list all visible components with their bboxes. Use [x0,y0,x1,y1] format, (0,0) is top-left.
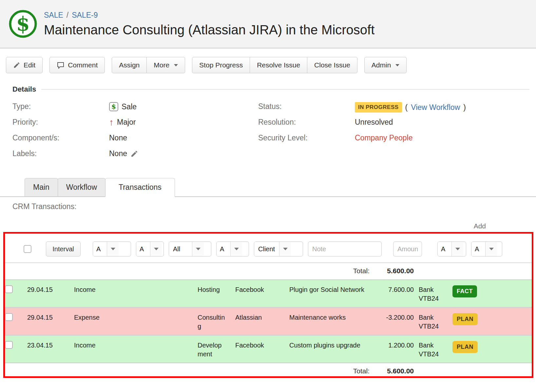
total-row-bottom: Total: 5.600.00 [5,363,532,380]
transaction-client: Atlassian [235,313,284,322]
status-badge-plan: PLAN [452,341,478,353]
transaction-note: Plugin gor Social Network [289,285,370,294]
priority-label: Priority: [12,118,109,127]
add-transaction-link[interactable]: Add [474,222,486,230]
close-issue-label: Close Issue [314,61,350,69]
chevron-down-icon [107,242,119,256]
paren-close: ) [463,103,466,112]
transaction-note: Custom plugins upgrade [289,341,370,350]
edit-button-label: Edit [24,61,35,69]
type-filter-dropdown[interactable]: A [93,241,131,257]
dollar-circle-icon: $ [7,8,39,40]
amount-filter-input[interactable] [393,241,422,257]
view-workflow-link[interactable]: View Workflow [411,103,460,112]
total-label: Total: [289,367,370,375]
admin-dropdown-button[interactable]: Admin [364,57,407,73]
breadcrumb-issue-link[interactable]: SALE-9 [72,11,98,19]
transaction-account: Bank VTB24 [419,313,448,331]
row-checkbox[interactable] [5,285,13,293]
close-issue-button[interactable]: Close Issue [307,57,357,73]
transaction-date: 23.04.15 [27,341,69,350]
priority-row: Priority: ↑ Major [12,118,258,134]
filter-2-value: A [136,242,150,256]
more-dropdown-button[interactable]: More [147,57,185,73]
client-filter-dropdown[interactable]: Client [254,241,303,257]
chevron-down-icon [485,242,497,256]
labels-value: None [109,149,127,158]
workflow-buttons-group: Stop Progress Resolve Issue Close Issue [192,57,357,73]
resolve-issue-button[interactable]: Resolve Issue [250,57,307,73]
row-checkbox[interactable] [5,341,13,349]
transaction-note: Maintenance works [289,313,370,322]
pencil-icon [13,62,20,69]
filter-row: Interval A A All A Client A A [5,234,532,262]
type-label: Type: [12,102,109,111]
filter-dropdown-2[interactable]: A [136,241,164,257]
tab-transactions[interactable]: Transactions [105,178,175,197]
transaction-client: Facebook [235,341,284,350]
comment-button-label: Comment [68,61,98,69]
security-level-label: Security Level: [258,134,355,142]
breadcrumb-separator: / [67,11,68,19]
resolution-value: Unresolved [355,118,393,127]
note-filter-input[interactable] [308,241,382,257]
transaction-account: Bank VTB24 [419,285,448,303]
labels-row: Labels: None [12,149,258,165]
status-label: Status: [258,102,355,111]
edit-button[interactable]: Edit [6,57,43,73]
assign-button[interactable]: Assign [112,57,147,73]
stop-progress-label: Stop Progress [199,61,243,69]
labels-label: Labels: [12,149,109,158]
transaction-type: Income [74,285,112,294]
row-checkbox[interactable] [5,313,13,321]
add-row: Add [0,222,486,230]
status-filter-value: A [471,242,485,256]
details-heading: Details [12,85,529,94]
transaction-amount: 1.200.00 [374,341,414,350]
chevron-down-icon [230,242,242,256]
stop-progress-button[interactable]: Stop Progress [192,57,250,73]
details-heading-label: Details [12,85,36,94]
sale-type-icon: $ [109,102,118,111]
transaction-client: Facebook [235,285,284,294]
transaction-category: Hosting [198,285,225,294]
filter-3-value: All [169,242,192,256]
components-row: Component/s: None [12,134,258,149]
priority-value: Major [117,118,136,127]
transaction-amount: 7.600.00 [374,285,414,294]
tab-workflow[interactable]: Workflow [58,178,105,197]
page-title: Maintenance Consulting (Atlassian JIRA) … [44,23,374,37]
transactions-table-annotation-box: Interval A A All A Client A A [3,232,533,378]
client-filter-value: Client [254,242,279,256]
assign-more-group: Assign More [112,57,185,73]
status-filter-dropdown[interactable]: A [471,241,502,257]
interval-filter-button[interactable]: Interval [46,241,81,257]
status-badge-fact: FACT [452,285,477,297]
select-all-checkbox[interactable] [24,245,31,253]
category-filter-dropdown[interactable]: A [216,241,249,257]
transaction-amount: -3.200.00 [374,313,414,322]
chevron-down-icon [451,242,463,256]
security-level-row: Security Level: Company People [258,134,529,149]
status-badge-plan: PLAN [452,313,478,325]
more-button-label: More [154,61,169,69]
total-value: 5.600.00 [374,267,414,275]
components-value: None [109,134,127,142]
transaction-account: Bank VTB24 [419,341,448,359]
status-badge: IN PROGRESS [355,102,402,113]
priority-major-icon: ↑ [109,118,114,126]
account-filter-value: A [438,242,451,256]
comment-button[interactable]: Comment [49,57,105,73]
breadcrumb-project-link[interactable]: SALE [44,11,63,19]
edit-labels-pencil-icon[interactable] [130,150,138,158]
chevron-down-icon [150,242,162,256]
filter-dropdown-3[interactable]: All [169,241,211,257]
security-level-value[interactable]: Company People [355,134,412,142]
transaction-category: Consulting [198,313,225,331]
admin-button-label: Admin [372,61,391,69]
account-filter-dropdown[interactable]: A [437,241,466,257]
chevron-down-icon [192,242,204,256]
tab-main[interactable]: Main [25,178,58,197]
type-filter-value: A [93,242,107,256]
type-row: Type: $ Sale [12,102,258,118]
